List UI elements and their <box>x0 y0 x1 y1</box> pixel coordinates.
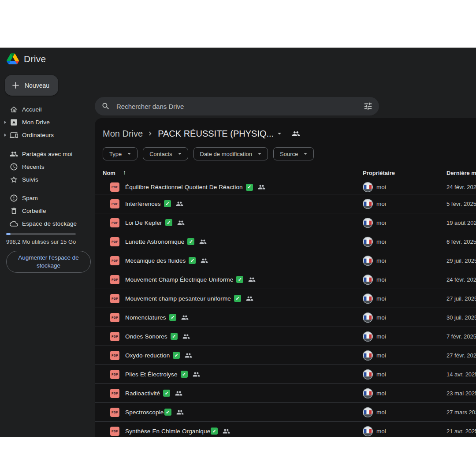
breadcrumb-root[interactable]: Mon Drive <box>103 129 143 139</box>
table-row[interactable]: PDF Synthèse En Chimie Organique ✓ moi 2… <box>95 422 476 437</box>
modified-date: 14 avr. 2025 <box>446 365 476 383</box>
search-input[interactable] <box>116 103 363 110</box>
column-header-owner[interactable]: Propriétaire <box>363 170 395 176</box>
modified-date: 27 mars 2025 <box>446 403 476 421</box>
sidebar-item-mon-drive[interactable]: Mon Drive <box>0 116 95 129</box>
sidebar-item-espace-de-stockage[interactable]: Espace de stockage <box>0 217 95 230</box>
table-row[interactable]: PDF Piles Et Électrolyse ✓ moi 14 avr. 2… <box>95 365 476 384</box>
shared-people-icon <box>181 314 189 321</box>
spam-icon <box>10 194 18 202</box>
modified-date: 7 févr. 2025 <box>446 327 476 346</box>
search-bar[interactable] <box>95 97 379 115</box>
filter-chip-contacts[interactable]: Contacts <box>143 147 188 160</box>
sidebar-item-suivis[interactable]: Suivis <box>0 173 95 186</box>
pdf-file-icon: PDF <box>110 294 119 303</box>
modified-date: 29 juil. 2025 <box>446 251 476 270</box>
sidebar-item-corbeille[interactable]: Corbeille <box>0 205 95 217</box>
sidebar: Drive Nouveau AccueilMon DriveOrdinateur… <box>0 48 95 437</box>
pdf-file-icon: PDF <box>110 256 119 265</box>
green-check-icon: ✓ <box>165 219 172 226</box>
file-name: Mécanique des fluides <box>125 257 186 264</box>
search-options-button[interactable] <box>363 101 373 111</box>
upgrade-storage-button[interactable]: Augmenter l'espace de stockage <box>6 251 91 273</box>
table-row[interactable]: PDF Interférences ✓ moi 5 févr. 2025 <box>95 194 476 213</box>
shared-people-icon <box>182 333 190 340</box>
pdf-file-icon: PDF <box>110 427 119 436</box>
shared-people-icon <box>199 238 207 245</box>
filter-chip-type[interactable]: Type <box>103 147 138 160</box>
folder-menu-caret-icon[interactable] <box>275 130 283 138</box>
file-list-panel: Mon Drive PACK RÉUSSITE (PHYSIQ... TypeC… <box>95 118 476 437</box>
modified-date: 30 juil. 2025 <box>446 308 476 327</box>
app-title: Drive <box>24 54 46 64</box>
storage-progress-fill <box>6 233 11 235</box>
green-check-icon: ✓ <box>164 409 171 416</box>
owner-avatar <box>363 256 373 266</box>
owner-name: moi <box>376 333 386 340</box>
sidebar-item-spam[interactable]: Spam <box>0 192 95 205</box>
table-row[interactable]: PDF Mécanique des fluides ✓ moi 29 juil.… <box>95 251 476 270</box>
owner-name: moi <box>376 257 386 264</box>
sidebar-nav-tertiary: SpamCorbeilleEspace de stockage <box>0 192 95 230</box>
shared-people-icon <box>175 390 182 397</box>
table-row[interactable]: PDF Loi De Kepler ✓ moi 19 août 2025 <box>95 213 476 232</box>
owner-avatar <box>363 218 373 228</box>
search-icon[interactable] <box>101 102 110 111</box>
table-row[interactable]: PDF Oxydo-reduction ✓ moi 27 févr. 2025 <box>95 346 476 365</box>
sidebar-item-label: Corbeille <box>22 208 46 214</box>
green-check-icon: ✓ <box>163 390 170 397</box>
drive-window: Drive Nouveau AccueilMon DriveOrdinateur… <box>0 48 476 437</box>
table-row[interactable]: PDF Nomenclatures ✓ moi 30 juil. 2025 <box>95 308 476 327</box>
modified-date: 23 mai 2025 <box>446 384 476 402</box>
table-row[interactable]: PDF Équilibre Réactionnel Quotient De Ré… <box>95 180 476 194</box>
chevron-down-icon <box>126 150 133 157</box>
column-header-modified[interactable]: Dernière modification <box>446 170 476 176</box>
file-name: Synthèse En Chimie Organique <box>125 428 210 435</box>
filter-chip-date-de-modification[interactable]: Date de modification <box>193 147 268 160</box>
owner-cell: moi <box>363 289 386 308</box>
table-row[interactable]: PDF Radioactivité ✓ moi 23 mai 2025 <box>95 384 476 403</box>
owner-name: moi <box>376 201 386 207</box>
table-row[interactable]: PDF Lunette Astronomique ✓ moi 6 févr. 2… <box>95 232 476 251</box>
shared-people-icon <box>176 409 184 416</box>
expand-caret-icon[interactable] <box>3 133 7 137</box>
file-name: Loi De Kepler <box>125 219 162 226</box>
chevron-down-icon <box>256 150 263 157</box>
table-row[interactable]: PDF Mouvement Champ Électrique Uniforme … <box>95 270 476 289</box>
modified-date: 27 févr. 2025 <box>446 346 476 364</box>
sidebar-item-ordinateurs[interactable]: Ordinateurs <box>0 129 95 141</box>
filter-chip-label: Date de modification <box>200 151 253 157</box>
new-button[interactable]: Nouveau <box>5 75 58 96</box>
sidebar-item-partages-avec-moi[interactable]: Partagés avec moi <box>0 148 95 160</box>
chevron-right-icon <box>146 130 154 138</box>
breadcrumb: Mon Drive PACK RÉUSSITE (PHYSIQ... <box>103 127 300 140</box>
filter-chip-source[interactable]: Source <box>273 147 314 160</box>
file-name: Mouvement Champ Électrique Uniforme <box>125 276 233 283</box>
table-row[interactable]: PDF Ondes Sonores ✓ moi 7 févr. 2025 <box>95 327 476 346</box>
owner-cell: moi <box>363 327 386 346</box>
tune-icon <box>363 101 373 111</box>
column-header-name[interactable]: Nom <box>103 170 115 176</box>
table-row[interactable]: PDF Mouvement champ pesanteur uniforme ✓… <box>95 289 476 308</box>
owner-cell: moi <box>363 213 386 232</box>
expand-caret-icon[interactable] <box>3 120 7 124</box>
modified-date: 24 févr. 2025 <box>446 180 476 194</box>
table-row[interactable]: PDF Spectroscopie ✓ moi 27 mars 2025 <box>95 403 476 422</box>
green-check-icon: ✓ <box>173 352 180 359</box>
clock-icon <box>10 163 18 171</box>
folder-shared-icon[interactable] <box>292 130 300 138</box>
drive-logo-icon <box>7 53 19 64</box>
sidebar-nav-primary: AccueilMon DriveOrdinateurs <box>0 103 95 141</box>
green-check-icon: ✓ <box>171 333 178 340</box>
sidebar-item-label: Partagés avec moi <box>22 151 72 157</box>
green-check-icon: ✓ <box>181 371 188 378</box>
computer-icon <box>10 131 18 139</box>
star-icon <box>10 175 18 184</box>
owner-cell: moi <box>363 403 386 421</box>
sidebar-item-accueil[interactable]: Accueil <box>0 103 95 116</box>
breadcrumb-current-folder[interactable]: PACK RÉUSSITE (PHYSIQ... <box>158 129 274 139</box>
sort-ascending-icon[interactable]: ↑ <box>123 169 126 176</box>
storage-usage-text: 998,2 Mo utilisés sur 15 Go <box>6 238 76 245</box>
sidebar-item-recents[interactable]: Récents <box>0 160 95 173</box>
green-check-icon: ✓ <box>169 314 176 321</box>
